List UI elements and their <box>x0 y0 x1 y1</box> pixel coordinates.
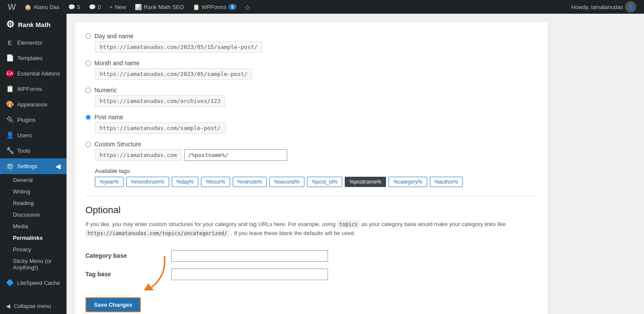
adminbar-rankmath[interactable]: 📊 Rank Math SEO <box>131 0 188 14</box>
optional-form-table: Category base Tag base <box>85 247 386 284</box>
adminbar-comments[interactable]: 💬 0 <box>85 0 105 14</box>
wpforms-icon: 📋 <box>6 85 14 93</box>
sidebar-item-elementor[interactable]: E Elementor <box>0 35 67 50</box>
sidebar-item-tools[interactable]: 🔧 Tools <box>0 143 67 158</box>
sidebar-item-label: Users <box>17 132 32 139</box>
custom-structure-input[interactable] <box>184 149 287 161</box>
adminbar-rankmath-label: Rank Math SEO <box>144 4 184 10</box>
collapse-menu[interactable]: ◀ Collapse menu <box>0 299 67 313</box>
sidebar-item-plugins[interactable]: 🔌 Plugins <box>0 112 67 127</box>
adminbar-wpforms[interactable]: 📋 WPForms 5 <box>188 0 241 14</box>
radio-numeric-label[interactable]: Numeric <box>94 87 117 94</box>
sidebar-item-wpforms[interactable]: 📋 WPForms <box>0 81 67 97</box>
content-area: Day and name https://iamatanudas.com/202… <box>75 22 547 314</box>
radio-day-name-input[interactable] <box>85 33 91 39</box>
adminbar-extra[interactable]: ◇ <box>241 0 254 14</box>
url-preview-post-name: https://iamatanudas.com/sample-post/ <box>95 122 225 134</box>
tag-category[interactable]: %category% <box>389 177 427 187</box>
category-base-row: Category base <box>85 247 386 265</box>
tag-second[interactable]: %second% <box>269 177 304 187</box>
adminbar-updates-count: 5 <box>77 4 80 10</box>
tag-monthnum[interactable]: %monthnum% <box>126 177 169 187</box>
adminbar-wpforms-label: WPForms <box>202 4 227 10</box>
collapse-label: Collapse menu <box>14 303 51 309</box>
submenu-permalinks[interactable]: Permalinks <box>0 232 67 244</box>
url-preview-day-name: https://iamatanudas.com/2023/05/15/sampl… <box>95 41 262 53</box>
sidebar-item-label: Elementor <box>17 39 43 46</box>
adminbar-comments-count: 0 <box>98 4 101 10</box>
submenu-media[interactable]: Media <box>0 220 67 232</box>
sidebar: ⚙ Rank Math E Elementor 📄 Templates EA E… <box>0 14 67 314</box>
sidebar-item-label: Tools <box>17 148 30 154</box>
url-preview-month-name: https://iamatanudas.com/2023/05/sample-p… <box>95 68 252 80</box>
desc-code-topics: topics <box>337 220 360 228</box>
tag-hour[interactable]: %hour% <box>201 177 230 187</box>
adminbar-site-label: Atanu Das <box>33 4 60 10</box>
url-preview-numeric: https://iamatanudas.com/archives/123 <box>95 95 225 107</box>
radio-custom-input[interactable] <box>85 142 91 147</box>
tag-day[interactable]: %day% <box>172 177 199 187</box>
radio-post-name-label[interactable]: Post name <box>94 114 123 121</box>
save-section: Save Changes <box>85 290 141 312</box>
sidebar-item-label: Plugins <box>17 117 36 123</box>
save-changes-button[interactable]: Save Changes <box>85 297 141 312</box>
adminbar-wpforms-badge: 5 <box>228 4 236 10</box>
sidebar-item-label: Essential Addons <box>17 70 60 77</box>
sidebar-item-label: Settings <box>17 163 37 169</box>
settings-icon: ⚙️ <box>6 163 14 170</box>
settings-submenu: General Writing Reading Discussion Media… <box>0 174 67 273</box>
tag-minute[interactable]: %minute% <box>233 177 267 187</box>
adminbar-new[interactable]: + New <box>105 0 131 14</box>
radio-day-name-label[interactable]: Day and name <box>94 33 134 39</box>
radio-custom-label[interactable]: Custom Structure <box>94 141 141 148</box>
tag-post-id[interactable]: %post_id% <box>307 177 342 187</box>
users-icon: 👤 <box>6 131 14 139</box>
tag-base-input[interactable] <box>171 269 328 280</box>
optional-section-desc: If you like, you may enter custom struct… <box>85 220 537 238</box>
radio-month-name-input[interactable] <box>85 60 91 66</box>
sidebar-item-appearance[interactable]: 🎨 Appearance <box>0 97 67 112</box>
sidebar-item-label: LiteSpeed Cache <box>17 280 60 286</box>
sidebar-item-label: Templates <box>17 55 43 61</box>
radio-post-name-input[interactable] <box>85 115 91 120</box>
desc-part3: . If you leave these blank the defaults … <box>231 230 355 236</box>
tags-row: %year% %monthnum% %day% %hour% %minute% … <box>95 177 537 187</box>
submenu-general[interactable]: General <box>0 174 67 186</box>
sidebar-logo-label: Rank Math <box>18 21 51 28</box>
sidebar-item-settings[interactable]: ⚙️ Settings ◀ <box>0 158 67 174</box>
submenu-sticky-menu[interactable]: Sticky Menu (or Anything!) <box>0 255 67 273</box>
tag-author[interactable]: %author% <box>430 177 463 187</box>
desc-part2: as your category base would make your ca… <box>361 221 506 227</box>
layout: ⚙ Rank Math E Elementor 📄 Templates EA E… <box>0 14 644 314</box>
plugins-icon: 🔌 <box>6 116 14 124</box>
tag-year[interactable]: %year% <box>95 177 124 187</box>
sidebar-item-templates[interactable]: 📄 Templates <box>0 50 67 66</box>
adminbar-updates[interactable]: 💬 5 <box>64 0 85 14</box>
rank-math-icon: ⚙ <box>6 19 15 30</box>
submenu-reading[interactable]: Reading <box>0 197 67 209</box>
sidebar-item-essential-addons[interactable]: EA Essential Addons <box>0 66 67 81</box>
submenu-discussion[interactable]: Discussion <box>0 209 67 220</box>
category-base-input[interactable] <box>171 250 328 262</box>
adminbar-user-label: Howdy, iamatanudas <box>571 4 623 10</box>
adminbar-site[interactable]: 🏠 Atanu Das <box>20 0 64 14</box>
admin-bar: W 🏠 Atanu Das 💬 5 💬 0 + New 📊 Rank Math … <box>0 0 644 14</box>
radio-month-name-label[interactable]: Month and name <box>94 60 140 66</box>
submenu-privacy[interactable]: Privacy <box>0 244 67 255</box>
appearance-icon: 🎨 <box>6 100 14 108</box>
submenu-writing[interactable]: Writing <box>0 186 67 197</box>
sidebar-logo[interactable]: ⚙ Rank Math <box>0 14 67 35</box>
sidebar-item-users[interactable]: 👤 Users <box>0 127 67 143</box>
tag-postname[interactable]: %postname% <box>345 177 386 187</box>
sidebar-item-litespeed[interactable]: 🔷 LiteSpeed Cache <box>0 275 67 290</box>
radio-day-name: Day and name https://iamatanudas.com/202… <box>85 33 537 53</box>
custom-structure-row: https://iamatanudas.com <box>95 149 537 161</box>
adminbar-wp-logo[interactable]: W <box>3 0 20 14</box>
radio-numeric-input[interactable] <box>85 88 91 93</box>
radio-custom-structure: Custom Structure https://iamatanudas.com <box>85 141 537 161</box>
litespeed-icon: 🔷 <box>6 279 14 287</box>
radio-post-name: Post name https://iamatanudas.com/sample… <box>85 114 537 134</box>
available-tags-label: Available tags: <box>95 168 537 174</box>
adminbar-user[interactable]: Howdy, iamatanudas 👤 <box>567 0 641 14</box>
essential-addons-icon: EA <box>6 69 14 77</box>
